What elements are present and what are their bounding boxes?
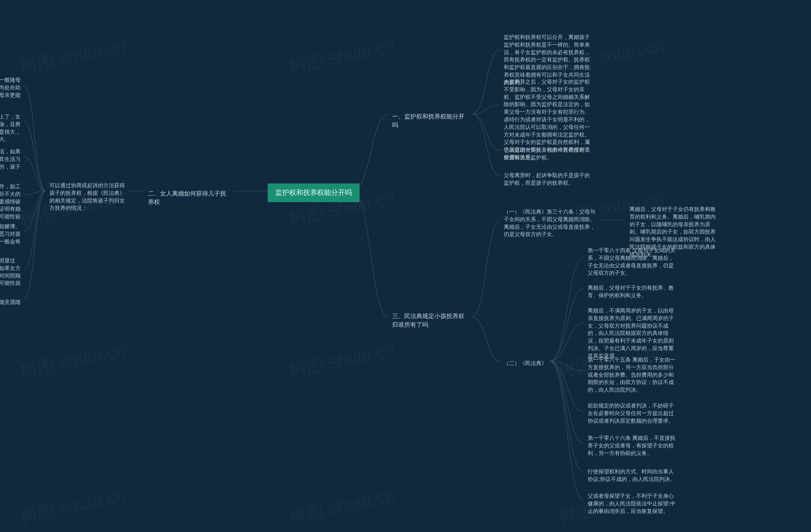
b3-b-4[interactable]: 第一千零八十五条 离婚后，子女由一方直接抚养的，另一方应当负担部分或者全部抚养费… xyxy=(584,353,682,397)
watermark: 树图 shutu.cn xyxy=(18,338,128,384)
b3-b-7[interactable]: 行使探望权利的方式、时间由当事人协议;协议不成的，由人民法院判决。 xyxy=(584,465,682,486)
branch-1[interactable]: 一、监护权和抚养权能分开吗 xyxy=(388,110,473,132)
b3-b-1[interactable]: 第一千零八十四条 父母与子女间的关系，不因父母离婚而消除。离婚后，子女无论由父或… xyxy=(584,244,682,280)
b2-c7[interactable]: （七）十周岁以上的孩子随意愿随母亲生活的。 xyxy=(0,295,25,317)
b1-child-3[interactable]: 也就是说丧失抚养权的一方仍然对子女拥有法定监护权。 xyxy=(500,143,598,165)
b3-b[interactable]: （二）《民法典》 xyxy=(500,357,551,370)
watermark: 树图 shutu.cn xyxy=(287,338,397,384)
b2-c2[interactable]: （二）孩子虽然两周岁以上了，女方已做绝育手术，男方未做，且男方年龄与女方年龄差距… xyxy=(0,110,25,146)
b3-b-5[interactable]: 前款规定的协议或者判决，不妨碍子女在必要时向父母任何一方提出超过协议或者判决原定… xyxy=(584,399,682,427)
watermark: 树图 shutu.cn xyxy=(287,484,397,530)
b2-c6[interactable]: （六）如果男女双方均无明显过错，各方面条件都相当，如果女方的思想品质好一些，更有… xyxy=(0,254,25,298)
b2-c3[interactable]: （三）孩子一直随母亲生活，如果离婚后改为随父亲生活对其生活习惯改变较大且影响其成… xyxy=(0,145,25,181)
connector-layer xyxy=(0,0,811,532)
b3-b-6[interactable]: 第一千零八十六条 离婚后，不直接抚养子女的父或者母，有探望子女的权利，另一方有协… xyxy=(584,431,682,460)
b3-b-8[interactable]: 父或者母探望子女，不利于子女身心健康的，由人民法院依法中止探望;中止的事由消失后… xyxy=(584,489,682,518)
watermark: 树图 shutu.cn xyxy=(18,484,128,530)
branch-3[interactable]: 三、民法典规定小孩抚养权归谁所有了吗 xyxy=(388,309,473,332)
b1-child-4[interactable]: 父母离异时，起诉争取的不是孩子的监护权，而是孩子的抚养权。 xyxy=(500,169,598,190)
b3-a[interactable]: （一）《民法典》第三十六条：父母与子女间的关系，不因父母离婚而消除。离婚后，子女… xyxy=(500,205,601,241)
b2-c5[interactable]: （五）男方有不良嗜好，如赌博、酗酒等恶习等。考虑到其恶习对孩子成长有不利影响，法… xyxy=(0,220,25,256)
branch-2[interactable]: 二、女人离婚如何获得儿子抚养权 xyxy=(144,187,233,209)
watermark: 树图 shutu.cn xyxy=(18,34,128,79)
b2-desc[interactable]: 可以通过协商或起诉的方法获得孩子的抚养权，根据《民法典》的相关规定，法院将孩子判… xyxy=(46,179,129,215)
b2-c1[interactable]: （一）两周岁以内的子女一般随母亲生活。这主要考虑孩子尚处在幼儿期，需要母亲的哺乳… xyxy=(0,74,25,109)
b3-b-2[interactable]: 离婚后，父母对于子女仍有抚养、教育、保护的权利和义务。 xyxy=(584,282,682,302)
watermark: 树图 shutu.cn xyxy=(287,34,397,79)
root-node[interactable]: 监护权和抚养权能分开吗 xyxy=(268,183,359,202)
